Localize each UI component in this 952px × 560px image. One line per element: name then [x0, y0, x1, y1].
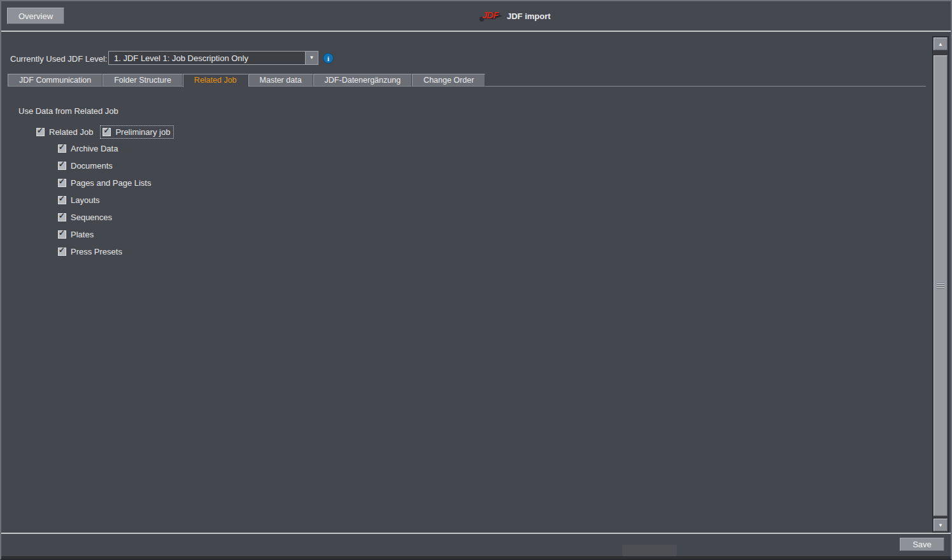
- tab-related-job[interactable]: Related Job: [183, 74, 248, 87]
- arrow-up-icon: ▲: [938, 41, 943, 47]
- dropdown-arrow-button[interactable]: ▼: [305, 52, 318, 64]
- scroll-down-button[interactable]: ▼: [934, 519, 948, 531]
- plates-checkbox[interactable]: ✓: [58, 230, 66, 239]
- scroll-up-button[interactable]: ▲: [934, 38, 948, 50]
- checkbox-plates[interactable]: ✓ Plates: [58, 226, 151, 243]
- section-title: Use Data from Related Job: [18, 106, 118, 116]
- checkbox-layouts[interactable]: ✓ Layouts: [58, 192, 151, 209]
- related-job-checkbox[interactable]: ✓: [36, 128, 45, 136]
- checkbox-label: Documents: [71, 161, 113, 171]
- jdf-logo-text: JDF: [482, 10, 498, 20]
- jdf-level-label: Currently Used JDF Level:: [10, 54, 107, 64]
- bottom-edge-strip: [1, 556, 951, 559]
- checkmark-icon: ✓: [59, 178, 65, 185]
- press-presets-checkbox[interactable]: ✓: [58, 248, 66, 256]
- checkbox-label: Layouts: [71, 195, 100, 205]
- page-title: JDF import: [507, 11, 551, 21]
- tab-jdf-communication[interactable]: JDF Communication: [8, 74, 103, 87]
- checkmark-icon: ✓: [37, 127, 43, 134]
- footer-bar: Save: [1, 534, 951, 559]
- topbar-separator: [1, 31, 951, 32]
- checkbox-label: Sequences: [71, 213, 112, 222]
- preliminary-job-checkbox-label: Preliminary job: [115, 127, 170, 137]
- checkmark-icon: ✓: [59, 212, 65, 220]
- checkbox-label: Press Presets: [71, 247, 122, 256]
- jdf-import-window: Overview JDF JDF import Currently Used J…: [0, 0, 952, 560]
- layouts-checkbox[interactable]: ✓: [58, 196, 66, 204]
- preliminary-job-focus-group[interactable]: ✓ Preliminary job: [100, 125, 174, 139]
- tab-folder-structure[interactable]: Folder Structure: [103, 74, 183, 87]
- scrollbar-thumb[interactable]: [934, 55, 948, 516]
- checkmark-icon: ✓: [59, 229, 65, 237]
- save-button[interactable]: Save: [900, 538, 944, 551]
- archive-data-checkbox[interactable]: ✓: [58, 144, 66, 153]
- overview-button[interactable]: Overview: [7, 8, 64, 24]
- chevron-down-icon: ▼: [309, 55, 315, 60]
- preliminary-job-checkbox[interactable]: ✓: [103, 128, 111, 136]
- checkmark-icon: ✓: [59, 160, 65, 168]
- primary-checkbox-row: ✓ Related Job ✓ Preliminary job: [36, 125, 174, 139]
- sequences-checkbox[interactable]: ✓: [58, 213, 66, 221]
- checkmark-icon: ✓: [59, 246, 65, 254]
- checkmark-icon: ✓: [59, 195, 65, 202]
- jdf-level-dropdown[interactable]: 1. JDF Level 1: Job Description Only ▼: [108, 51, 318, 65]
- checkbox-sequences[interactable]: ✓ Sequences: [58, 209, 151, 226]
- checkbox-label: Archive Data: [71, 144, 118, 153]
- checkmark-icon: ✓: [103, 127, 110, 134]
- tab-bar: JDF Communication Folder Structure Relat…: [8, 74, 485, 87]
- jdf-logo-icon: JDF: [480, 9, 501, 23]
- tab-jdf-datenergaenzung[interactable]: JDF-Datenergänzung: [313, 74, 413, 87]
- jdf-level-selected-value: 1. JDF Level 1: Job Description Only: [114, 53, 302, 63]
- related-job-checkbox-label: Related Job: [49, 127, 93, 137]
- info-icon[interactable]: i: [323, 53, 334, 64]
- checkbox-label: Plates: [71, 230, 94, 239]
- pages-checkbox[interactable]: ✓: [58, 179, 66, 187]
- thumb-grip-icon: [937, 283, 944, 289]
- checkmark-icon: ✓: [59, 143, 65, 151]
- tab-master-data[interactable]: Master data: [248, 74, 313, 87]
- arrow-down-icon: ▼: [938, 522, 943, 528]
- top-bar: Overview JDF JDF import: [1, 1, 951, 31]
- checkbox-label: Pages and Page Lists: [71, 178, 151, 188]
- documents-checkbox[interactable]: ✓: [58, 162, 66, 170]
- checkbox-archive-data[interactable]: ✓ Archive Data: [58, 140, 151, 157]
- checkbox-pages-and-page-lists[interactable]: ✓ Pages and Page Lists: [58, 174, 151, 192]
- window-title-group: JDF JDF import: [480, 1, 551, 31]
- checkbox-press-presets[interactable]: ✓ Press Presets: [58, 243, 151, 260]
- vertical-scrollbar[interactable]: ▲ ▼: [932, 36, 949, 533]
- checkbox-documents[interactable]: ✓ Documents: [58, 157, 151, 174]
- tab-change-order[interactable]: Change Order: [412, 74, 485, 87]
- sub-checkbox-list: ✓ Archive Data ✓ Documents ✓ Pages and P…: [58, 140, 151, 260]
